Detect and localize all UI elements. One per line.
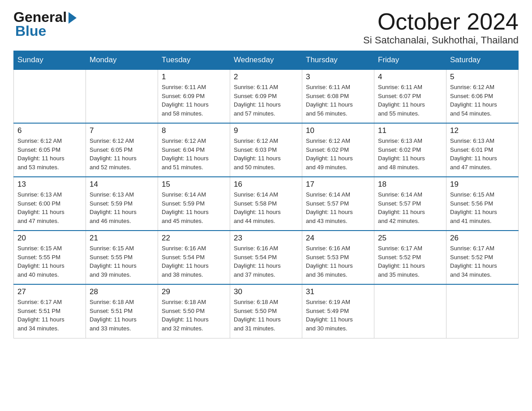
day-number: 23 — [234, 234, 298, 243]
calendar-cell: 14Sunrise: 6:13 AM Sunset: 5:59 PM Dayli… — [86, 177, 158, 231]
day-number: 25 — [378, 234, 442, 243]
calendar-table: Sunday Monday Tuesday Wednesday Thursday… — [13, 51, 519, 338]
day-info: Sunrise: 6:13 AM Sunset: 5:59 PM Dayligh… — [90, 190, 154, 225]
day-info: Sunrise: 6:18 AM Sunset: 5:50 PM Dayligh… — [234, 298, 298, 333]
day-number: 10 — [306, 126, 370, 135]
day-info: Sunrise: 6:12 AM Sunset: 6:02 PM Dayligh… — [306, 137, 370, 171]
day-info: Sunrise: 6:14 AM Sunset: 5:57 PM Dayligh… — [306, 190, 370, 225]
day-number: 24 — [306, 234, 370, 243]
calendar-cell: 31Sunrise: 6:19 AM Sunset: 5:49 PM Dayli… — [302, 284, 374, 338]
day-info: Sunrise: 6:11 AM Sunset: 6:08 PM Dayligh… — [306, 83, 370, 118]
calendar-cell: 27Sunrise: 6:17 AM Sunset: 5:51 PM Dayli… — [14, 284, 86, 338]
calendar-week-row: 27Sunrise: 6:17 AM Sunset: 5:51 PM Dayli… — [14, 284, 519, 338]
day-info: Sunrise: 6:19 AM Sunset: 5:49 PM Dayligh… — [306, 298, 370, 333]
calendar-cell: 30Sunrise: 6:18 AM Sunset: 5:50 PM Dayli… — [230, 284, 302, 338]
day-number: 11 — [378, 126, 442, 135]
day-number: 4 — [378, 73, 442, 81]
day-info: Sunrise: 6:13 AM Sunset: 6:00 PM Dayligh… — [17, 190, 82, 225]
day-info: Sunrise: 6:17 AM Sunset: 5:51 PM Dayligh… — [17, 298, 82, 333]
calendar-cell: 25Sunrise: 6:17 AM Sunset: 5:52 PM Dayli… — [374, 231, 446, 284]
calendar-week-row: 1Sunrise: 6:11 AM Sunset: 6:09 PM Daylig… — [14, 69, 519, 123]
day-number: 12 — [450, 126, 515, 135]
day-info: Sunrise: 6:14 AM Sunset: 5:59 PM Dayligh… — [162, 190, 226, 225]
day-number: 9 — [234, 126, 298, 135]
page-header: General Blue October 2024 Si Satchanalai… — [13, 9, 519, 46]
day-info: Sunrise: 6:16 AM Sunset: 5:54 PM Dayligh… — [234, 244, 298, 279]
day-number: 7 — [90, 126, 154, 135]
logo: General Blue — [13, 9, 77, 39]
calendar-cell: 22Sunrise: 6:16 AM Sunset: 5:54 PM Dayli… — [158, 231, 230, 284]
day-info: Sunrise: 6:12 AM Sunset: 6:05 PM Dayligh… — [90, 137, 154, 171]
calendar-cell — [446, 284, 519, 338]
calendar-cell: 29Sunrise: 6:18 AM Sunset: 5:50 PM Dayli… — [158, 284, 230, 338]
day-number: 8 — [162, 126, 226, 135]
day-info: Sunrise: 6:14 AM Sunset: 5:57 PM Dayligh… — [378, 190, 442, 225]
day-number: 22 — [162, 234, 226, 243]
calendar-cell: 7Sunrise: 6:12 AM Sunset: 6:05 PM Daylig… — [86, 123, 158, 177]
calendar-cell: 24Sunrise: 6:16 AM Sunset: 5:53 PM Dayli… — [302, 231, 374, 284]
month-title: October 2024 — [363, 9, 519, 34]
day-info: Sunrise: 6:15 AM Sunset: 5:55 PM Dayligh… — [17, 244, 82, 279]
location-subtitle: Si Satchanalai, Sukhothai, Thailand — [363, 34, 519, 46]
day-number: 21 — [90, 234, 154, 243]
logo-arrow-icon — [69, 12, 77, 24]
day-info: Sunrise: 6:11 AM Sunset: 6:09 PM Dayligh… — [162, 83, 226, 118]
calendar-cell: 23Sunrise: 6:16 AM Sunset: 5:54 PM Dayli… — [230, 231, 302, 284]
calendar-cell: 17Sunrise: 6:14 AM Sunset: 5:57 PM Dayli… — [302, 177, 374, 231]
day-info: Sunrise: 6:11 AM Sunset: 6:09 PM Dayligh… — [234, 83, 298, 118]
calendar-week-row: 6Sunrise: 6:12 AM Sunset: 6:05 PM Daylig… — [14, 123, 519, 177]
calendar-cell: 19Sunrise: 6:15 AM Sunset: 5:56 PM Dayli… — [446, 177, 519, 231]
day-info: Sunrise: 6:18 AM Sunset: 5:50 PM Dayligh… — [162, 298, 226, 333]
day-number: 31 — [306, 287, 370, 296]
day-number: 17 — [306, 180, 370, 189]
calendar-cell — [14, 69, 86, 123]
day-number: 5 — [450, 73, 515, 81]
calendar-week-row: 13Sunrise: 6:13 AM Sunset: 6:00 PM Dayli… — [14, 177, 519, 231]
calendar-cell — [374, 284, 446, 338]
calendar-cell: 5Sunrise: 6:12 AM Sunset: 6:06 PM Daylig… — [446, 69, 519, 123]
calendar-cell: 10Sunrise: 6:12 AM Sunset: 6:02 PM Dayli… — [302, 123, 374, 177]
header-wednesday: Wednesday — [230, 51, 302, 70]
day-number: 29 — [162, 287, 226, 296]
day-info: Sunrise: 6:13 AM Sunset: 6:02 PM Dayligh… — [378, 137, 442, 171]
calendar-cell: 11Sunrise: 6:13 AM Sunset: 6:02 PM Dayli… — [374, 123, 446, 177]
calendar-cell: 4Sunrise: 6:11 AM Sunset: 6:07 PM Daylig… — [374, 69, 446, 123]
calendar-cell: 15Sunrise: 6:14 AM Sunset: 5:59 PM Dayli… — [158, 177, 230, 231]
calendar-cell: 8Sunrise: 6:12 AM Sunset: 6:04 PM Daylig… — [158, 123, 230, 177]
calendar-cell: 28Sunrise: 6:18 AM Sunset: 5:51 PM Dayli… — [86, 284, 158, 338]
day-info: Sunrise: 6:18 AM Sunset: 5:51 PM Dayligh… — [90, 298, 154, 333]
calendar-cell: 16Sunrise: 6:14 AM Sunset: 5:58 PM Dayli… — [230, 177, 302, 231]
calendar-cell: 18Sunrise: 6:14 AM Sunset: 5:57 PM Dayli… — [374, 177, 446, 231]
header-thursday: Thursday — [302, 51, 374, 70]
logo-blue-line: Blue — [15, 23, 46, 39]
day-info: Sunrise: 6:17 AM Sunset: 5:52 PM Dayligh… — [378, 244, 442, 279]
title-area: October 2024 Si Satchanalai, Sukhothai, … — [363, 9, 519, 46]
day-info: Sunrise: 6:11 AM Sunset: 6:07 PM Dayligh… — [378, 83, 442, 118]
calendar-cell: 13Sunrise: 6:13 AM Sunset: 6:00 PM Dayli… — [14, 177, 86, 231]
calendar-cell: 12Sunrise: 6:13 AM Sunset: 6:01 PM Dayli… — [446, 123, 519, 177]
calendar-cell: 2Sunrise: 6:11 AM Sunset: 6:09 PM Daylig… — [230, 69, 302, 123]
header-friday: Friday — [374, 51, 446, 70]
header-saturday: Saturday — [446, 51, 519, 70]
day-number: 19 — [450, 180, 515, 189]
day-number: 16 — [234, 180, 298, 189]
calendar-cell: 3Sunrise: 6:11 AM Sunset: 6:08 PM Daylig… — [302, 69, 374, 123]
day-info: Sunrise: 6:13 AM Sunset: 6:01 PM Dayligh… — [450, 137, 515, 171]
day-info: Sunrise: 6:14 AM Sunset: 5:58 PM Dayligh… — [234, 190, 298, 225]
day-number: 20 — [17, 234, 82, 243]
header-monday: Monday — [86, 51, 158, 70]
calendar-cell: 20Sunrise: 6:15 AM Sunset: 5:55 PM Dayli… — [14, 231, 86, 284]
header-tuesday: Tuesday — [158, 51, 230, 70]
calendar-week-row: 20Sunrise: 6:15 AM Sunset: 5:55 PM Dayli… — [14, 231, 519, 284]
day-number: 27 — [17, 287, 82, 296]
calendar-cell: 1Sunrise: 6:11 AM Sunset: 6:09 PM Daylig… — [158, 69, 230, 123]
day-number: 18 — [378, 180, 442, 189]
header-sunday: Sunday — [14, 51, 86, 70]
calendar-cell: 6Sunrise: 6:12 AM Sunset: 6:05 PM Daylig… — [14, 123, 86, 177]
day-info: Sunrise: 6:12 AM Sunset: 6:03 PM Dayligh… — [234, 137, 298, 171]
day-number: 15 — [162, 180, 226, 189]
day-number: 14 — [90, 180, 154, 189]
day-info: Sunrise: 6:17 AM Sunset: 5:52 PM Dayligh… — [450, 244, 515, 279]
calendar-header-row: Sunday Monday Tuesday Wednesday Thursday… — [14, 51, 519, 70]
calendar-cell: 21Sunrise: 6:15 AM Sunset: 5:55 PM Dayli… — [86, 231, 158, 284]
